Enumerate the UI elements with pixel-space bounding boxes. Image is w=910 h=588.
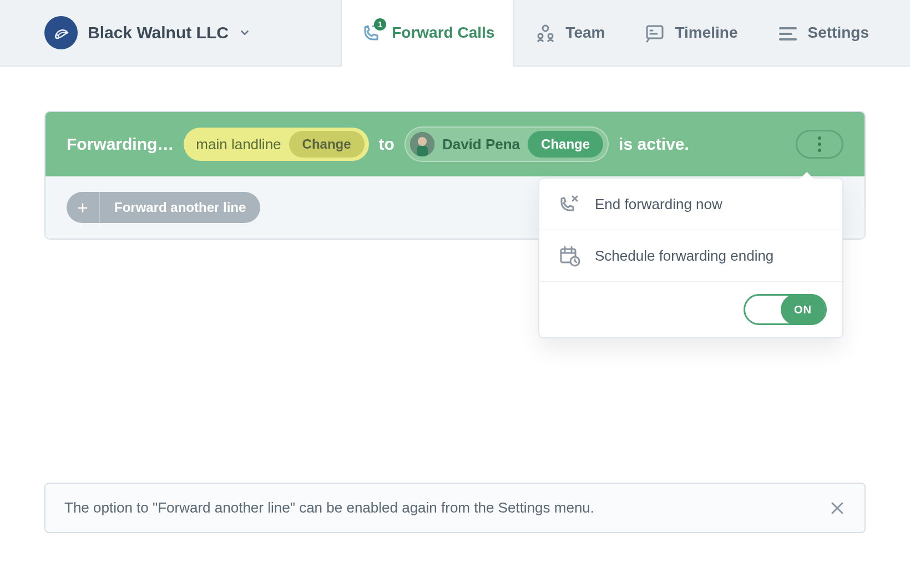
dd-label: Schedule forwarding ending bbox=[595, 247, 774, 265]
svg-rect-5 bbox=[647, 26, 663, 38]
team-icon bbox=[534, 22, 557, 44]
person-name: David Pena bbox=[442, 136, 520, 153]
status-prefix: Forwarding… bbox=[67, 135, 174, 154]
toast-close-button[interactable] bbox=[829, 500, 846, 516]
more-options-button[interactable] bbox=[796, 130, 843, 159]
tab-settings[interactable]: Settings bbox=[757, 0, 888, 65]
change-line-button[interactable]: Change bbox=[289, 131, 365, 158]
forwarding-status-bar: Forwarding… main landline Change to Davi… bbox=[46, 112, 865, 176]
tab-forward-calls[interactable]: 1 Forward Calls bbox=[341, 0, 514, 65]
forward-another-button[interactable]: + Forward another line bbox=[67, 192, 260, 223]
dropdown-footer: ON bbox=[539, 282, 842, 337]
forward-calls-badge: 1 bbox=[374, 18, 386, 31]
tab-label: Settings bbox=[808, 24, 869, 42]
nav-tabs: 1 Forward Calls Team bbox=[341, 0, 910, 65]
forwarding-toggle[interactable]: ON bbox=[744, 294, 827, 325]
line-name: main landline bbox=[196, 136, 281, 153]
svg-point-2 bbox=[543, 26, 548, 31]
leaf-icon bbox=[50, 22, 72, 44]
svg-point-10 bbox=[418, 137, 427, 146]
chevron-down-icon bbox=[239, 27, 251, 39]
svg-point-4 bbox=[548, 34, 553, 38]
plus-icon: + bbox=[67, 192, 100, 223]
org-logo bbox=[44, 16, 78, 49]
tab-label: Timeline bbox=[675, 24, 737, 42]
phone-end-icon bbox=[558, 193, 580, 215]
avatar bbox=[410, 132, 434, 156]
end-forwarding-now[interactable]: End forwarding now bbox=[539, 179, 842, 230]
toast-message: The option to "Forward another line" can… bbox=[64, 499, 594, 516]
org-switcher[interactable]: Black Walnut LLC bbox=[0, 0, 272, 65]
forward-another-label: Forward another line bbox=[100, 200, 260, 215]
timeline-icon bbox=[644, 22, 666, 44]
toggle-knob: ON bbox=[781, 294, 825, 325]
svg-point-3 bbox=[538, 34, 543, 38]
tab-timeline[interactable]: Timeline bbox=[624, 0, 756, 65]
kebab-icon bbox=[818, 136, 821, 152]
phone-forward-icon: 1 bbox=[361, 22, 383, 44]
info-toast: The option to "Forward another line" can… bbox=[44, 483, 866, 533]
tab-team[interactable]: Team bbox=[514, 0, 624, 65]
dd-label: End forwarding now bbox=[595, 196, 722, 213]
tab-label: Team bbox=[565, 24, 605, 42]
org-name: Black Walnut LLC bbox=[88, 23, 229, 42]
options-dropdown: End forwarding now Schedule forwarding e… bbox=[538, 178, 843, 338]
svg-rect-11 bbox=[417, 146, 428, 156]
status-suffix: is active. bbox=[619, 135, 689, 154]
close-icon bbox=[830, 501, 845, 515]
line-pill: main landline Change bbox=[184, 128, 368, 161]
top-nav: Black Walnut LLC 1 Forward Calls bbox=[0, 0, 910, 67]
status-to: to bbox=[379, 135, 395, 154]
calendar-clock-icon bbox=[558, 245, 580, 267]
tab-label: Forward Calls bbox=[392, 24, 494, 42]
settings-icon bbox=[777, 22, 799, 44]
change-person-button[interactable]: Change bbox=[528, 131, 603, 158]
person-pill: David Pena Change bbox=[405, 126, 609, 162]
schedule-forwarding-ending[interactable]: Schedule forwarding ending bbox=[539, 230, 842, 282]
